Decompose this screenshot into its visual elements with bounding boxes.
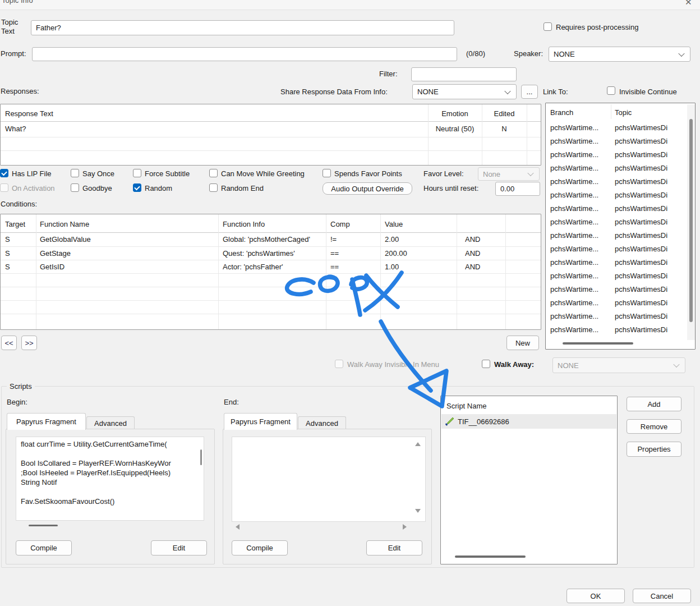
link-list-row[interactable]: pchsWartime...pchsWartimesDi bbox=[546, 148, 685, 162]
link-list-row[interactable]: pchsWartime...pchsWartimesDi bbox=[546, 175, 685, 189]
random-label: Random bbox=[145, 184, 172, 192]
link-list-row[interactable]: pchsWartime...pchsWartimesDi bbox=[546, 215, 685, 229]
on-activation-checkbox[interactable] bbox=[0, 183, 8, 192]
condition-value: 2.00 bbox=[385, 235, 399, 244]
random-checkbox[interactable] bbox=[133, 183, 141, 192]
link-list-row[interactable]: pchsWartime...pchsWartimesDi bbox=[546, 135, 685, 148]
close-icon[interactable]: ✕ bbox=[685, 0, 692, 7]
condition-target: S bbox=[5, 235, 10, 244]
link-row-topic: pchsWartimesDi bbox=[615, 123, 685, 132]
tab-advanced-end[interactable]: Advanced bbox=[298, 416, 346, 430]
random-end-checkbox[interactable] bbox=[209, 183, 218, 192]
hours-until-reset-input[interactable]: 0.00 bbox=[495, 182, 540, 196]
condition-function-name: GetIsID bbox=[40, 263, 65, 271]
begin-edit-button[interactable]: Edit bbox=[151, 540, 207, 556]
horizontal-scrollbar[interactable] bbox=[563, 342, 633, 345]
begin-script-panel: float currTime = Utility.GetCurrentGameT… bbox=[6, 429, 215, 564]
condition-value: 1.00 bbox=[385, 263, 399, 271]
audio-output-override-button[interactable]: Audio Output Override bbox=[323, 182, 412, 195]
responses-table: Response Text Emotion Edited What? Neutr… bbox=[0, 104, 541, 166]
scroll-right-icon[interactable] bbox=[403, 524, 407, 530]
link-list-row[interactable]: pchsWartime...pchsWartimesDi bbox=[546, 121, 685, 135]
walk-away-dropdown[interactable]: NONE bbox=[552, 357, 685, 373]
link-list-row[interactable]: pchsWartime...pchsWartimesDi bbox=[546, 229, 685, 242]
link-row-branch: pchsWartime... bbox=[550, 299, 610, 307]
link-list-row[interactable]: pchsWartime...pchsWartimesDi bbox=[546, 310, 685, 323]
requires-post-processing-checkbox[interactable] bbox=[544, 22, 552, 31]
script-list-item[interactable]: TIF__06692686 bbox=[441, 414, 616, 429]
link-list-row[interactable]: pchsWartime...pchsWartimesDi bbox=[546, 296, 685, 310]
link-list-row[interactable]: pchsWartime...pchsWartimesDi bbox=[546, 202, 685, 215]
link-list-row[interactable]: pchsWartime...pchsWartimesDi bbox=[546, 256, 685, 269]
end-edit-button[interactable]: Edit bbox=[366, 540, 422, 556]
link-list-row[interactable]: pchsWartime...pchsWartimesDi bbox=[546, 162, 685, 175]
scroll-up-icon[interactable] bbox=[415, 442, 421, 446]
begin-code[interactable]: float currTime = Utility.GetCurrentGameT… bbox=[16, 437, 204, 521]
link-list-row[interactable]: pchsWartime...pchsWartimesDi bbox=[546, 269, 685, 283]
walk-away-invisible-checkbox[interactable] bbox=[335, 360, 343, 368]
has-lip-file-checkbox[interactable] bbox=[0, 169, 8, 177]
tab-advanced-begin[interactable]: Advanced bbox=[86, 416, 135, 430]
title-bar bbox=[0, 0, 700, 10]
condition-next-button[interactable]: >> bbox=[21, 336, 37, 350]
condition-function-name: GetStage bbox=[40, 249, 71, 258]
begin-code-hscroll-thumb[interactable] bbox=[29, 525, 58, 526]
goodbye-checkbox[interactable] bbox=[71, 183, 79, 192]
begin-code-vscroll-thumb[interactable] bbox=[200, 449, 202, 465]
properties-button[interactable]: Properties bbox=[627, 442, 681, 457]
scrollbar-thumb[interactable] bbox=[689, 119, 693, 322]
speaker-label: Speaker: bbox=[514, 49, 543, 58]
remove-button[interactable]: Remove bbox=[627, 419, 681, 434]
spends-favor-points-checkbox[interactable] bbox=[323, 169, 331, 177]
new-button[interactable]: New bbox=[506, 336, 539, 350]
link-row-topic: pchsWartimesDi bbox=[615, 204, 685, 213]
script-list-hscroll-thumb[interactable] bbox=[455, 556, 526, 558]
link-list-header-topic: Topic bbox=[615, 108, 632, 117]
link-list-row[interactable]: pchsWartime...pchsWartimesDi bbox=[546, 242, 685, 256]
link-to-list: Branch Topic pchsWartime...pchsWartimesD… bbox=[545, 103, 696, 350]
favor-level-dropdown[interactable]: None bbox=[478, 167, 540, 181]
walk-away-checkbox[interactable] bbox=[482, 360, 490, 368]
end-code[interactable] bbox=[232, 437, 426, 522]
link-list-row[interactable]: pchsWartime...pchsWartimesDi bbox=[546, 283, 685, 296]
condition-prev-button[interactable]: << bbox=[1, 336, 17, 350]
force-subtitle-checkbox[interactable] bbox=[133, 169, 141, 177]
response-row[interactable]: What? Neutral (50) N bbox=[1, 122, 541, 137]
condition-comp: == bbox=[330, 249, 339, 258]
tab-papyrus-fragment-end[interactable]: Papyrus Fragment bbox=[224, 413, 297, 430]
topic-info-dialog: Topic Info ✕ Topic Text Father? Requires… bbox=[0, 0, 700, 606]
scroll-left-icon[interactable] bbox=[236, 524, 240, 530]
say-once-checkbox[interactable] bbox=[71, 169, 79, 177]
condition-join: AND bbox=[465, 235, 480, 244]
invisible-continue-checkbox[interactable] bbox=[607, 86, 615, 95]
requires-post-processing-label: Requires post-processing bbox=[556, 23, 638, 31]
condition-row[interactable]: S GetGlobalValue Global: 'pchsMotherCage… bbox=[1, 233, 541, 246]
conditions-header-comp: Comp bbox=[330, 220, 350, 228]
add-button[interactable]: Add bbox=[627, 397, 681, 411]
condition-join: AND bbox=[465, 263, 480, 271]
prompt-input[interactable] bbox=[32, 47, 457, 61]
end-script-panel: Compile Edit bbox=[223, 429, 432, 564]
begin-compile-button[interactable]: Compile bbox=[16, 540, 72, 556]
link-list-row[interactable]: pchsWartime...pchsWartimesDi bbox=[546, 323, 685, 337]
hours-until-reset-label: Hours until reset: bbox=[423, 184, 478, 192]
say-once-label: Say Once bbox=[82, 169, 114, 178]
window-title: Topic Info bbox=[2, 0, 33, 4]
link-row-branch: pchsWartime... bbox=[550, 245, 610, 253]
share-response-browse-button[interactable]: ... bbox=[521, 85, 538, 99]
condition-row[interactable]: S GetStage Quest: 'pchsWartimes' == 200.… bbox=[1, 247, 541, 260]
scroll-down-icon[interactable] bbox=[415, 509, 421, 513]
tab-papyrus-fragment-begin[interactable]: Papyrus Fragment bbox=[7, 413, 86, 430]
topic-text-input[interactable]: Father? bbox=[31, 20, 454, 35]
link-list-row[interactable]: pchsWartime...pchsWartimesDi bbox=[546, 189, 685, 202]
end-compile-button[interactable]: Compile bbox=[232, 540, 288, 556]
can-move-while-greeting-checkbox[interactable] bbox=[209, 169, 218, 177]
vertical-scrollbar[interactable] bbox=[687, 104, 695, 340]
share-response-dropdown[interactable]: NONE bbox=[412, 84, 517, 99]
cancel-button[interactable]: Cancel bbox=[633, 589, 691, 603]
condition-function-info: Global: 'pchsMotherCaged' bbox=[223, 235, 310, 244]
filter-input[interactable] bbox=[411, 67, 517, 81]
condition-row[interactable]: S GetIsID Actor: 'pchsFather' == 1.00 AN… bbox=[1, 260, 541, 274]
ok-button[interactable]: OK bbox=[567, 589, 625, 603]
speaker-dropdown[interactable]: NONE bbox=[549, 47, 690, 62]
